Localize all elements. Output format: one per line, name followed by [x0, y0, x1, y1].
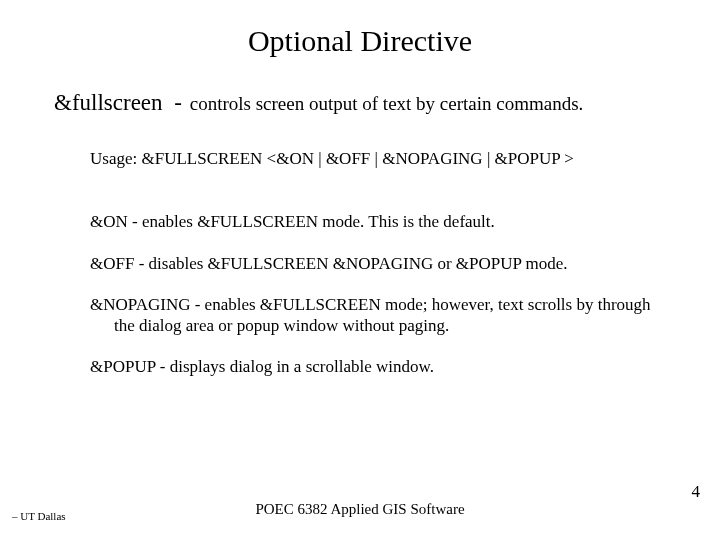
directive-line: &fullscreen - controls screen output of … [54, 90, 583, 116]
page-number: 4 [692, 482, 701, 502]
footer-center: POEC 6382 Applied GIS Software [0, 501, 720, 518]
param-popup: &POPUP - displays dialog in a scrollable… [90, 356, 660, 377]
param-off: &OFF - disables &FULLSCREEN &NOPAGING or… [90, 253, 660, 274]
slide-body: Usage: &FULLSCREEN <&ON | &OFF | &NOPAGI… [90, 148, 660, 398]
directive-name: &fullscreen [54, 90, 163, 115]
slide-title: Optional Directive [0, 24, 720, 58]
param-on: &ON - enables &FULLSCREEN mode. This is … [90, 211, 660, 232]
param-nopaging: &NOPAGING - enables &FULLSCREEN mode; ho… [90, 294, 660, 337]
directive-desc: controls screen output of text by certai… [190, 93, 584, 114]
slide: Optional Directive &fullscreen - control… [0, 0, 720, 540]
directive-dash: - [174, 90, 182, 115]
usage-line: Usage: &FULLSCREEN <&ON | &OFF | &NOPAGI… [90, 148, 660, 169]
